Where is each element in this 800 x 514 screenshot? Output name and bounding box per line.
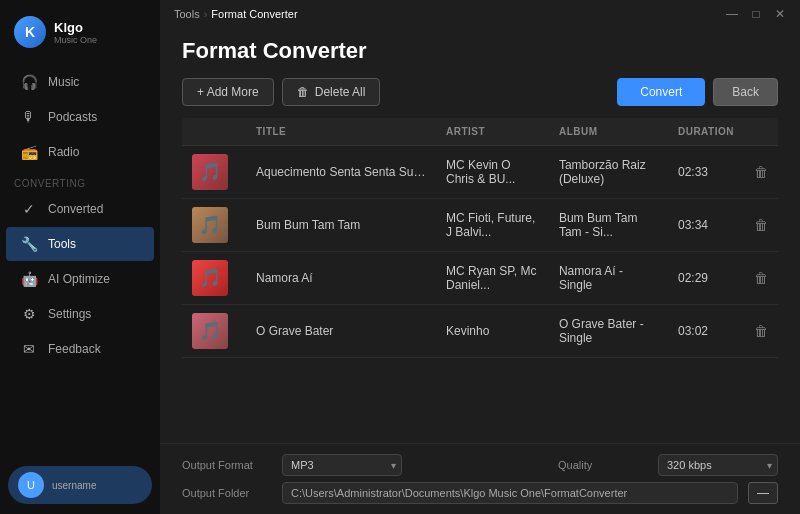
sidebar-item-music[interactable]: 🎧 Music [6,65,154,99]
sidebar-item-converted[interactable]: ✓ Converted [6,192,154,226]
table-row: 🎵 Bum Bum Tam Tam MC Fioti, Future, J Ba… [182,199,778,252]
feedback-icon: ✉ [20,341,38,357]
track-artist-cell: Kevinho [436,305,549,358]
page-title: Format Converter [182,38,778,64]
output-format-label: Output Format [182,459,272,471]
col-thumb [182,118,246,146]
tracks-table-container: TITLE ARTIST ALBUM DURATION 🎵 Aqueciment… [182,118,778,443]
track-duration-cell: 02:29 [668,252,744,305]
sidebar-label-tools: Tools [48,237,76,251]
toolbar: + Add More 🗑 Delete All Convert Back [182,78,778,106]
delete-all-label: Delete All [315,85,366,99]
user-avatar: U [18,472,44,498]
user-card[interactable]: U username [8,466,152,504]
track-thumbnail: 🎵 [192,154,228,190]
table-row: 🎵 Namora Aí MC Ryan SP, Mc Daniel... Nam… [182,252,778,305]
col-artist: ARTIST [436,118,549,146]
maximize-button[interactable]: □ [750,8,762,20]
sidebar-label-ai-optimize: AI Optimize [48,272,110,286]
back-button[interactable]: Back [713,78,778,106]
table-row: 🎵 O Grave Bater Kevinho O Grave Bater - … [182,305,778,358]
add-more-button[interactable]: + Add More [182,78,274,106]
title-bar: Tools › Format Converter — □ ✕ [160,0,800,28]
track-title-cell: Bum Bum Tam Tam [246,199,436,252]
track-title: Aquecimento Senta Senta Suave [256,165,426,179]
sidebar-label-radio: Radio [48,145,79,159]
trash-icon: 🗑 [297,85,309,99]
track-album-cell: Bum Bum Tam Tam - Si... [549,199,668,252]
delete-all-button[interactable]: 🗑 Delete All [282,78,381,106]
track-duration: 03:02 [678,324,708,338]
delete-track-button[interactable]: 🗑 [754,270,768,286]
track-artist-cell: MC Ryan SP, Mc Daniel... [436,252,549,305]
track-delete-cell: 🗑 [744,199,778,252]
table-header-row: TITLE ARTIST ALBUM DURATION [182,118,778,146]
sidebar-label-music: Music [48,75,79,89]
col-title: TITLE [246,118,436,146]
track-title-cell: O Grave Bater [246,305,436,358]
sidebar-item-feedback[interactable]: ✉ Feedback [6,332,154,366]
sidebar: K Klgo Music One 🎧 Music 🎙 Podcasts 📻 Ra… [0,0,160,514]
browse-folder-button[interactable]: — [748,482,778,504]
breadcrumb-current: Format Converter [211,8,297,20]
converted-icon: ✓ [20,201,38,217]
sidebar-item-ai-optimize[interactable]: 🤖 AI Optimize [6,262,154,296]
track-title: O Grave Bater [256,324,426,338]
sidebar-label-feedback: Feedback [48,342,101,356]
sidebar-item-tools[interactable]: 🔧 Tools [6,227,154,261]
track-delete-cell: 🗑 [744,146,778,199]
col-duration: DURATION [668,118,744,146]
track-title-cell: Aquecimento Senta Senta Suave [246,146,436,199]
col-album: ALBUM [549,118,668,146]
sidebar-label-podcasts: Podcasts [48,110,97,124]
output-folder-path: C:\Users\Administrator\Documents\Klgo Mu… [282,482,738,504]
track-artist: MC Ryan SP, Mc Daniel... [446,264,536,292]
quality-select-wrapper: 320 kbps 256 kbps 192 kbps 128 kbps [658,454,778,476]
track-album: Tamborzão Raiz (Deluxe) [559,158,646,186]
sidebar-item-radio[interactable]: 📻 Radio [6,135,154,169]
track-album-cell: Tamborzão Raiz (Deluxe) [549,146,668,199]
col-actions [744,118,778,146]
track-artist-cell: MC Fioti, Future, J Balvi... [436,199,549,252]
track-delete-cell: 🗑 [744,305,778,358]
output-folder-label: Output Folder [182,487,272,499]
logo-text: Klgo Music One [54,20,97,45]
track-album-cell: O Grave Bater - Single [549,305,668,358]
track-album-cell: Namora Aí - Single [549,252,668,305]
output-format-select[interactable]: MP3 AAC FLAC WAV [282,454,402,476]
track-album: O Grave Bater - Single [559,317,644,345]
track-duration-cell: 03:34 [668,199,744,252]
delete-track-button[interactable]: 🗑 [754,323,768,339]
track-title: Bum Bum Tam Tam [256,218,426,232]
delete-track-button[interactable]: 🗑 [754,217,768,233]
logo-icon: K [14,16,46,48]
track-delete-cell: 🗑 [744,252,778,305]
delete-track-button[interactable]: 🗑 [754,164,768,180]
sidebar-item-settings[interactable]: ⚙ Settings [6,297,154,331]
music-icon: 🎧 [20,74,38,90]
sidebar-item-podcasts[interactable]: 🎙 Podcasts [6,100,154,134]
track-title: Namora Aí [256,271,426,285]
minimize-button[interactable]: — [726,8,738,20]
track-artist: MC Kevin O Chris & BU... [446,158,515,186]
tools-icon: 🔧 [20,236,38,252]
podcasts-icon: 🎙 [20,109,38,125]
convert-button[interactable]: Convert [617,78,705,106]
app-logo[interactable]: K Klgo Music One [0,0,160,60]
track-artist: Kevinho [446,324,489,338]
main-content: Tools › Format Converter — □ ✕ Format Co… [160,0,800,514]
track-duration: 02:33 [678,165,708,179]
close-button[interactable]: ✕ [774,8,786,20]
track-artist-cell: MC Kevin O Chris & BU... [436,146,549,199]
track-thumb-cell: 🎵 [182,146,246,199]
app-sub: Music One [54,35,97,45]
track-thumb-cell: 🎵 [182,252,246,305]
track-duration-cell: 02:33 [668,146,744,199]
page-content: Format Converter + Add More 🗑 Delete All… [160,28,800,443]
settings-icon: ⚙ [20,306,38,322]
app-name: Klgo [54,20,97,35]
sidebar-bottom: U username [0,456,160,514]
quality-select[interactable]: 320 kbps 256 kbps 192 kbps 128 kbps [658,454,778,476]
format-row: Output Format MP3 AAC FLAC WAV Quality 3… [182,454,778,476]
sidebar-label-settings: Settings [48,307,91,321]
